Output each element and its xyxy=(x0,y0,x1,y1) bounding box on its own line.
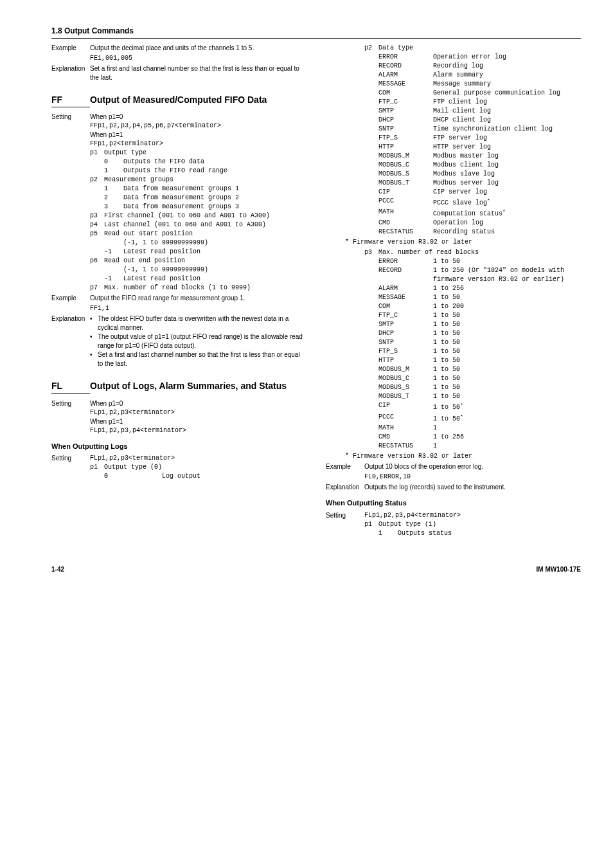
kv-row: MATH1 xyxy=(364,424,581,433)
math-row: MATHComputation status* xyxy=(364,208,581,219)
footnote-1: * Firmware version R3.02 or later xyxy=(326,238,581,247)
example-label: Example xyxy=(51,44,90,53)
right-column: p2Data type ERROROperation error logRECO… xyxy=(326,44,581,539)
asterisk-icon: * xyxy=(460,402,463,408)
p7-item: p7Max. number of read blocks (1 to 9999) xyxy=(90,284,306,293)
footnote-2: * Firmware version R3.02 or later xyxy=(326,452,581,461)
kv-row: SMTP1 to 50 xyxy=(364,320,581,329)
example-text: Output the decimal place and units of th… xyxy=(90,44,306,53)
ff-example-text: Output the FIFO read range for measureme… xyxy=(90,294,306,303)
kv-row: ALARM1 to 256 xyxy=(364,284,581,293)
status-setting-row: Setting FLp1,p2,p3,p4<terminator> p1Outp… xyxy=(326,511,581,538)
ff-title: Output of Measured/Computed FIFO Data xyxy=(90,94,306,107)
bullet-3: •Set a first and last channel number so … xyxy=(90,350,306,368)
example-code: FE1,001,005 xyxy=(90,54,306,63)
kv-row: COMGeneral purpose communication log xyxy=(364,89,581,98)
p3-list-1: ERROR1 to 50 xyxy=(364,257,581,266)
p3-item: p3First channel (001 to 060 and A001 to … xyxy=(90,212,306,221)
kv-row: CMD1 to 256 xyxy=(364,433,581,442)
p2-opt-3: 3Data from measurement groups 3 xyxy=(90,203,306,212)
kv-row: MODBUS_T1 to 50 xyxy=(364,392,581,401)
kv-row: CMDOperation log xyxy=(364,219,581,228)
r-example-code: FL0,ERROR,10 xyxy=(364,473,581,482)
when-outputting-logs: When Outputting Logs xyxy=(51,442,306,451)
ff-explanation-row: Explanation •The oldest FIFO buffer data… xyxy=(51,314,306,368)
bullet-2: •The output value of p1=1 (output FIFO r… xyxy=(90,332,306,350)
explanation-label: Explanation xyxy=(51,64,90,82)
section-title: 1.8 Output Commands xyxy=(51,26,581,39)
r-p2: p2Data type xyxy=(364,44,581,53)
kv-row: SNTP1 to 50 xyxy=(364,338,581,347)
pccc-row: PCCCPCCC slave log* xyxy=(364,197,581,208)
p5-item: p5Read out start position xyxy=(90,230,306,239)
ff-code: FF xyxy=(51,94,90,108)
p3-list-3: MATH1CMD1 to 256RECSTATUS1 xyxy=(364,424,581,451)
kv-row: FTP_CFTP client log xyxy=(364,98,581,107)
kv-row: FTP_SFTP server log xyxy=(364,134,581,143)
columns: Example Output the decimal place and uni… xyxy=(51,44,581,539)
p1-item: p1Output type xyxy=(90,149,306,158)
fl-when0: When p1=0 xyxy=(90,399,306,408)
status-p1: p1Output type (1) xyxy=(364,520,581,529)
page-footer: 1-42 IM MW100-17E xyxy=(51,565,581,574)
p6-latest: -1Latest read position xyxy=(90,275,306,284)
ff-example-code-row: FF1,1 xyxy=(51,304,306,313)
setting-label: Setting xyxy=(51,113,90,293)
explanation-label: Explanation xyxy=(326,483,364,492)
fl-p1: p1Output type (0) xyxy=(90,463,306,472)
p1-opt-1: 1Outputs the FIFO read range xyxy=(90,167,306,176)
kv-row: CIPCIP server log xyxy=(364,188,581,197)
status-setting-code: FLp1,p2,p3,p4<terminator> xyxy=(364,511,581,520)
when-p1-0: When p1=0 xyxy=(90,113,306,122)
kv-row: DHCPDHCP client log xyxy=(364,116,581,125)
ff-header: FF Output of Measured/Computed FIFO Data xyxy=(51,94,306,108)
fl-header: FL Output of Logs, Alarm Summaries, and … xyxy=(51,380,306,394)
fl-setting2-row: Setting FLp1,p2,p3<terminator> p1Output … xyxy=(51,454,306,481)
data-type-list: ERROROperation error logRECORDRecording … xyxy=(364,53,581,197)
r-example-text: Output 10 blocs of the operation error l… xyxy=(364,462,581,471)
example-row: Example Output the decimal place and uni… xyxy=(51,44,306,53)
fl-when1: When p1=1 xyxy=(90,417,306,426)
when0-code: FFp1,p2,p3,p4,p5,p6,p7<terminator> xyxy=(90,122,306,131)
p5-latest: -1Latest read position xyxy=(90,248,306,257)
r-explanation-text: Outputs the log (records) saved to the i… xyxy=(364,483,581,492)
example-label: Example xyxy=(51,294,90,303)
explanation-row: Explanation Set a first and last channel… xyxy=(51,64,306,82)
when-p1-1: When p1=1 xyxy=(90,131,306,140)
when-outputting-status: When Outputting Status xyxy=(326,498,581,508)
bullet-1: •The oldest FIFO buffer data is overwrit… xyxy=(90,314,306,332)
kv-row: MODBUS_SModbus slave log xyxy=(364,170,581,179)
kv-row: MODBUS_C1 to 50 xyxy=(364,374,581,383)
kv-row: MODBUS_M1 to 50 xyxy=(364,365,581,374)
kv-row: FTP_C1 to 50 xyxy=(364,311,581,320)
left-column: Example Output the decimal place and uni… xyxy=(51,44,306,539)
kv-row: ERROR1 to 50 xyxy=(364,257,581,266)
kv-row: MODBUS_CModbus client log xyxy=(364,161,581,170)
p1-opt-0: 0Outputs the FIFO data xyxy=(90,158,306,167)
kv-row: MESSAGEMessage summary xyxy=(364,80,581,89)
doc-code: IM MW100-17E xyxy=(537,565,581,574)
ff-setting-row: Setting When p1=0 FFp1,p2,p3,p4,p5,p6,p7… xyxy=(51,113,306,293)
r-p3: p3Max. number of read blocks xyxy=(364,248,581,257)
kv-row: MODBUS_MModbus master log xyxy=(364,152,581,161)
kv-row: MODBUS_S1 to 50 xyxy=(364,383,581,392)
kv-row: SNTPTime synchronization client log xyxy=(364,125,581,134)
when1-code: FFp1,p2<terminator> xyxy=(90,140,306,149)
p6-item: p6Read out end position xyxy=(90,257,306,266)
asterisk-icon: * xyxy=(502,208,506,214)
p2-opt-2: 2Data from measurement groups 2 xyxy=(90,194,306,203)
fl-when1-code: FLp1,p2,p3,p4<terminator> xyxy=(90,426,306,435)
fl-setting2-code: FLp1,p2,p3<terminator> xyxy=(90,454,306,463)
fl-title: Output of Logs, Alarm Summaries, and Sta… xyxy=(90,380,306,393)
kv-row: RECSTATUS1 xyxy=(364,442,581,451)
p6-range: (-1, 1 to 99999999999) xyxy=(90,266,306,275)
page-number: 1-42 xyxy=(51,565,64,574)
data-type-list-2: CMDOperation logRECSTATUSRecording statu… xyxy=(364,219,581,237)
p5-range: (-1, 1 to 99999999999) xyxy=(90,239,306,248)
ff-example-code: FF1,1 xyxy=(90,304,306,313)
p2-item: p2Measurement groups xyxy=(90,176,306,185)
p2-opt-1: 1Data from measurement groups 1 xyxy=(90,185,306,194)
p3-cip: CIP1 to 50* xyxy=(364,401,581,412)
r-p2-row: p2Data type ERROROperation error logRECO… xyxy=(326,44,581,237)
kv-row: MODBUS_TModbus server log xyxy=(364,179,581,188)
